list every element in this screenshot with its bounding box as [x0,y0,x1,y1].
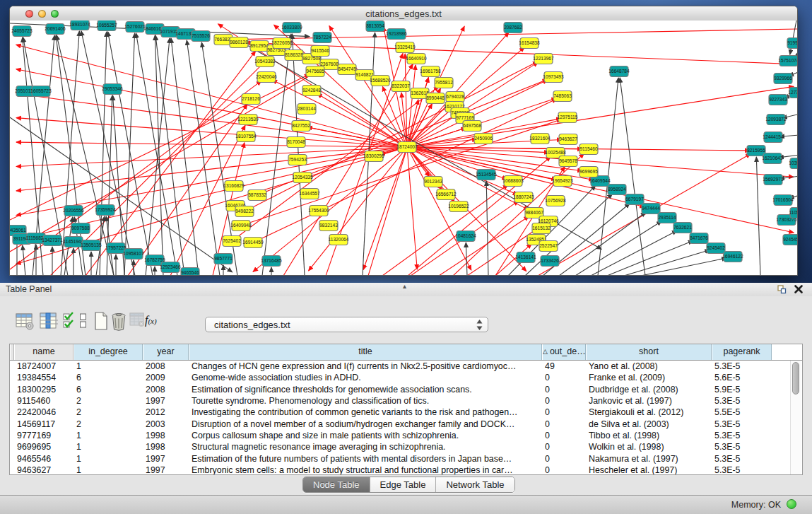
network-node[interactable]: 12773594 [788,88,797,98]
table-cell[interactable]: 1 [73,361,143,371]
network-node[interactable]: 9649578 [559,156,577,167]
table-cell[interactable]: 5.3E-5 [712,431,772,440]
network-node[interactable]: 5878332 [248,190,266,201]
network-node[interactable]: 9329966 [774,74,792,84]
network-node[interactable]: 7632621 [673,223,692,233]
network-node[interactable]: 15276021 [124,22,146,33]
splitter-grip-icon[interactable]: ▴ [403,282,406,290]
network-node[interactable]: 18724007 [396,142,418,153]
table-row[interactable]: 2242004622012Investigating the contribut… [10,407,802,418]
table-cell[interactable]: 49 [542,361,586,371]
table-cell[interactable]: 2008 [143,361,189,371]
network-node[interactable]: 16640910 [406,54,427,64]
network-node[interactable]: 10543382 [254,57,276,67]
network-node[interactable]: 7515526 [192,31,210,42]
table-cell[interactable]: 22420046 [14,407,73,417]
network-node[interactable]: 18226058 [271,38,293,49]
network-node[interactable]: 9115460 [579,144,598,155]
network-node[interactable]: 9857771 [214,254,233,264]
network-node[interactable]: 18300295 [363,151,384,162]
table-cell[interactable]: 1998 [143,442,189,452]
network-node[interactable]: 18931074 [69,21,90,30]
network-node[interactable]: 9245456 [783,235,797,245]
function-fx-icon[interactable]: f(x) [145,314,157,327]
network-node[interactable]: 9463627 [559,134,577,145]
network-node[interactable]: 24055723 [11,26,33,37]
network-node[interactable]: 10196522 [448,201,469,212]
table-cell[interactable]: Embryonic stem cells: a model to study s… [189,465,542,475]
citation-network-graph[interactable]: 2405572320691406189310741065525715276021… [10,21,797,275]
table-cell[interactable]: 2008 [143,385,189,395]
table-cell[interactable]: Nakamura et al. (1997) [586,454,712,464]
table-cell[interactable]: 14569117 [14,419,73,429]
network-node[interactable]: 16914459 [242,238,264,248]
network-node[interactable]: 1615132 [532,223,551,234]
tab-edge-table[interactable]: Edge Table [370,477,437,492]
table-cell[interactable]: 1 [73,454,143,464]
tab-node-table[interactable]: Node Table [303,477,370,492]
network-node[interactable]: 7625402 [223,236,241,247]
table-cell[interactable]: Hescheler et al. (1997) [586,465,712,475]
network-node[interactable]: 8990448 [426,93,445,104]
network-node[interactable]: 14136141 [515,252,536,263]
network-node[interactable]: 13716485 [261,256,282,267]
table-cell[interactable]: Genome-wide association studies in ADHD. [189,373,542,382]
network-node[interactable]: 16409948 [230,221,252,231]
network-node[interactable]: 7594253 [288,155,307,165]
network-node[interactable]: 9097588 [71,223,90,234]
select-columns-icon[interactable] [40,312,58,331]
network-node[interactable]: 8170048 [287,137,305,148]
window-titlebar[interactable]: citations_edges.txt [10,6,797,21]
table-row[interactable]: 969969511998Structural magnetic resonanc… [10,441,802,452]
table-cell[interactable]: 5.3E-5 [712,361,772,371]
network-node[interactable]: 10958107 [123,249,144,259]
network-node[interactable]: 16033809 [281,23,302,33]
table-cell[interactable]: 1997 [143,396,189,406]
network-node[interactable]: 9245402 [707,243,725,254]
table-cell[interactable]: Tibbo et al. (1998) [586,431,712,440]
network-node[interactable]: 18321604 [529,134,551,144]
table-cell[interactable]: Estimation of the future numbers of pati… [189,454,542,464]
network-node[interactable]: 10481624 [455,231,476,242]
column-header-year[interactable]: year [143,344,189,360]
table-scrollbar-thumb[interactable] [792,362,799,395]
network-node[interactable]: 16648784 [608,66,630,77]
table-cell[interactable]: 0 [542,407,586,417]
network-node[interactable]: 8912954 [250,41,269,52]
network-node[interactable]: 2935114 [658,213,676,223]
column-header-pagerank[interactable]: pagerank [712,344,772,360]
network-node[interactable]: 10973493 [543,72,564,83]
table-cell[interactable]: 9465546 [14,454,73,464]
table-cell[interactable]: Franke et al. (2009) [586,373,712,382]
network-node[interactable]: 29053346 [102,84,123,95]
network-node[interactable]: 13505135 [81,240,102,251]
table-cell[interactable]: Dudbridge et al. (2008) [586,385,712,395]
memory-status-indicator[interactable] [787,499,796,509]
network-node[interactable]: 18107554 [235,132,257,142]
table-cell[interactable]: Investigating the contribution of common… [189,407,542,417]
network-node[interactable]: 8215955 [747,146,765,156]
network-node[interactable]: 10756928 [545,196,566,206]
network-node[interactable]: 13325419 [394,42,416,53]
table-cell[interactable]: 2012 [143,407,189,417]
network-node[interactable]: 12213539 [237,115,259,125]
table-cell[interactable]: 18300295 [14,385,73,395]
network-node[interactable]: 9465546 [181,268,199,276]
table-row[interactable]: 1872400712008Changes of HCN gene express… [10,361,802,372]
delete-trash-icon[interactable] [111,312,126,331]
network-node[interactable]: 18807243 [513,192,534,203]
column-header-short[interactable]: short [586,344,712,360]
network-node[interactable]: 12975115 [558,112,578,123]
network-node[interactable]: 15751074 [778,56,797,66]
network-node[interactable]: 16566712 [435,189,457,200]
network-node[interactable]: 17016504 [772,195,794,206]
network-node[interactable]: 8427552 [292,121,310,132]
network-node[interactable]: 8186328 [285,50,303,61]
network-node[interactable]: 15688520 [370,76,391,86]
network-node[interactable]: 13166829 [223,181,245,192]
network-node[interactable]: 8958924 [608,185,626,195]
new-file-icon[interactable] [94,312,108,330]
table-cell[interactable]: Jankovic et al. (1997) [586,396,712,406]
network-node[interactable]: 17554300 [308,206,329,216]
network-node[interactable]: 9474444 [642,204,660,214]
